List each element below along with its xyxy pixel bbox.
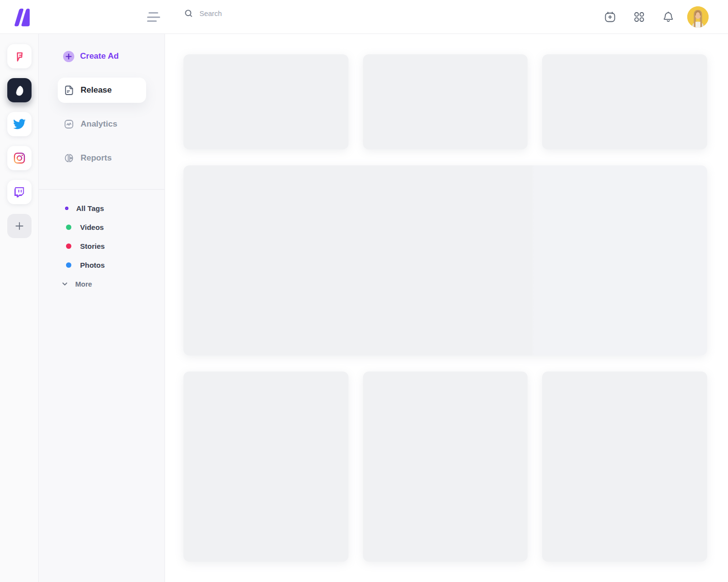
workspace-rail <box>0 34 39 582</box>
search-input[interactable] <box>199 10 364 17</box>
skeleton-card[interactable] <box>363 372 528 562</box>
card-grid <box>183 54 707 562</box>
user-avatar[interactable] <box>687 6 709 28</box>
plus-circle-icon <box>63 51 74 62</box>
sidebar-menu: Release Analytics <box>39 78 165 171</box>
create-ad-button[interactable]: Create Ad <box>39 48 165 64</box>
pulse-chart-icon <box>63 118 75 130</box>
dot-bullet-icon <box>66 243 71 249</box>
calendar-add-icon[interactable] <box>604 11 616 23</box>
search-bar <box>184 9 388 18</box>
chevron-down-icon <box>61 280 68 288</box>
foursquare-icon[interactable] <box>7 44 32 68</box>
dot-bullet-icon <box>66 225 71 230</box>
add-workspace-button[interactable] <box>7 214 32 238</box>
skeleton-card-featured[interactable] <box>183 165 707 356</box>
skeleton-card[interactable] <box>183 372 348 562</box>
pie-chart-icon <box>63 152 75 164</box>
sidebar-item-reports[interactable]: Reports <box>39 146 165 171</box>
dot-bullet-icon <box>66 262 71 268</box>
twitch-icon[interactable] <box>7 180 32 204</box>
sidebar: Create Ad Release <box>39 34 165 582</box>
sidebar-item-label: Release <box>81 85 112 95</box>
hamburger-menu-icon[interactable] <box>147 11 161 23</box>
sidebar-item-label: Reports <box>81 153 112 163</box>
instagram-icon[interactable] <box>7 146 32 170</box>
sidebar-item-analytics[interactable]: Analytics <box>39 112 165 137</box>
apps-grid-icon[interactable] <box>633 11 645 23</box>
skeleton-card[interactable] <box>542 54 707 149</box>
topbar-actions <box>604 0 709 34</box>
tag-label: Stories <box>80 242 105 250</box>
search-icon <box>184 9 193 18</box>
skeleton-card[interactable] <box>363 54 528 149</box>
tag-stories[interactable]: Stories <box>39 237 165 256</box>
skeleton-card[interactable] <box>542 372 707 562</box>
tags-more-button[interactable]: More <box>39 275 165 293</box>
tag-label: Videos <box>80 223 104 231</box>
tag-photos[interactable]: Photos <box>39 256 165 275</box>
sidebar-item-label: Analytics <box>81 119 117 129</box>
document-icon <box>63 84 75 96</box>
ring-bullet-icon <box>65 207 68 210</box>
envato-icon[interactable] <box>7 78 32 102</box>
twitter-icon[interactable] <box>7 112 32 136</box>
plus-icon <box>15 221 24 231</box>
app-logo[interactable] <box>11 6 32 28</box>
bell-icon[interactable] <box>662 11 675 23</box>
tag-label: Photos <box>80 261 105 269</box>
tag-filter-list: All Tags Videos Stories Photos <box>39 190 165 293</box>
tags-more-label: More <box>75 280 92 288</box>
create-ad-label: Create Ad <box>80 51 119 61</box>
tag-label: All Tags <box>76 204 104 212</box>
tag-videos[interactable]: Videos <box>39 218 165 237</box>
top-bar <box>0 0 728 34</box>
sidebar-item-release[interactable]: Release <box>58 78 146 103</box>
skeleton-card[interactable] <box>183 54 348 149</box>
content-area <box>165 34 728 582</box>
tag-all-tags[interactable]: All Tags <box>39 199 165 218</box>
